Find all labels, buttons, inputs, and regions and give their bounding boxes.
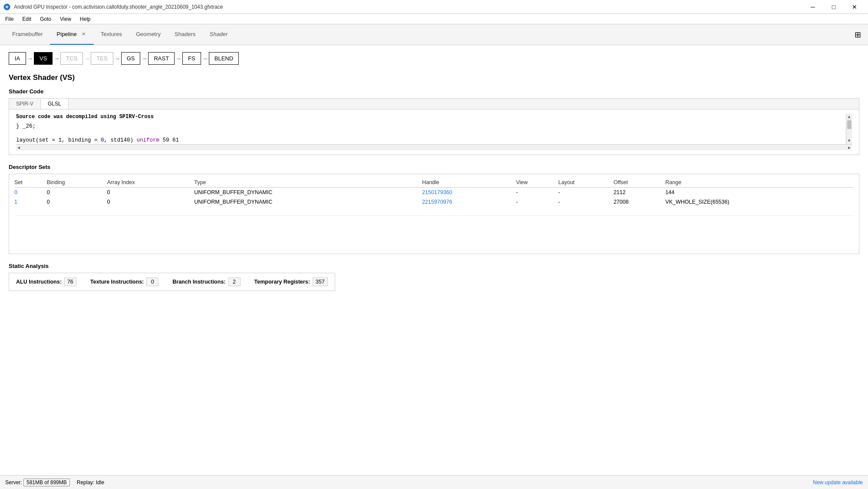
h-scroll-track [21, 145, 847, 150]
branch-label: Branch Instructions: [172, 279, 225, 285]
app-icon [3, 3, 10, 10]
tab-textures-label: Textures [101, 31, 122, 37]
stage-gs[interactable]: GS [121, 52, 141, 65]
code-tab-glsl[interactable]: GLSL [41, 99, 69, 109]
pipeline-diagram: IA → VS → TCS → TES → GS → RAST → FS → B… [9, 52, 859, 65]
shader-code-label: Shader Code [9, 88, 859, 95]
temp-reg-label: Temporary Registers: [254, 279, 310, 285]
stage-rast[interactable]: RAST [148, 52, 175, 65]
tab-textures[interactable]: Textures [94, 24, 129, 45]
code-line-1: } _26; [16, 123, 846, 129]
tab-framebuffer-label: Framebuffer [12, 31, 43, 37]
arrow-4: → [113, 55, 121, 62]
code-tab-spirv[interactable]: SPIR-V [9, 99, 41, 109]
stage-tcs[interactable]: TCS [60, 52, 83, 65]
tab-pipeline-label: Pipeline [57, 31, 77, 37]
arrow-5: → [140, 55, 148, 62]
col-view: View [516, 178, 558, 188]
arrow-1: → [26, 55, 34, 62]
static-analysis-label: Static Analysis [9, 263, 859, 269]
tab-framebuffer[interactable]: Framebuffer [5, 24, 50, 45]
layout-icon[interactable]: ⊞ [853, 28, 863, 41]
server-label: Server: [5, 479, 23, 486]
scroll-up-arrow[interactable]: ▲ [848, 115, 850, 119]
menu-bar: File Edit Goto View Help [0, 14, 868, 24]
tab-shaders-label: Shaders [175, 31, 195, 37]
stage-ia[interactable]: IA [9, 52, 26, 65]
h-scroll-left[interactable]: ◀ [16, 145, 21, 150]
col-binding: Binding [47, 178, 107, 188]
tab-geometry-label: Geometry [136, 31, 161, 37]
stage-tes[interactable]: TES [91, 52, 113, 65]
server-status: Server: 581MB of 899MB [5, 479, 70, 486]
main-content: IA → VS → TCS → TES → GS → RAST → FS → B… [0, 45, 868, 475]
col-range: Range [665, 178, 854, 188]
arrow-7: → [201, 55, 209, 62]
texture-value: 0 [146, 278, 158, 286]
stage-vs[interactable]: VS [34, 52, 53, 65]
alu-value: 76 [64, 278, 76, 286]
col-layout: Layout [558, 178, 614, 188]
code-scrollbar-horizontal[interactable]: ◀ ▶ [16, 144, 852, 150]
menu-edit[interactable]: Edit [19, 15, 35, 23]
shader-code-container: SPIR-V GLSL Source code was decompiled u… [9, 98, 859, 155]
code-decompile-note: Source code was decompiled using SPIRV-C… [16, 114, 846, 120]
col-offset: Offset [614, 178, 665, 188]
col-array-index: Array Index [107, 178, 195, 188]
window-controls: ─ □ ✕ [803, 0, 865, 14]
tab-geometry[interactable]: Geometry [129, 24, 168, 45]
update-link[interactable]: New update available [813, 479, 863, 486]
tab-list: Framebuffer Pipeline ✕ Textures Geometry… [5, 24, 234, 45]
status-bar: Server: 581MB of 899MB Replay: Idle New … [0, 475, 868, 489]
tab-shaders[interactable]: Shaders [168, 24, 202, 45]
alu-label: ALU Instructions: [16, 279, 62, 285]
scroll-down-arrow[interactable]: ▼ [848, 139, 850, 143]
handle-link-1[interactable]: 2215970976 [422, 199, 452, 205]
close-button[interactable]: ✕ [845, 0, 865, 14]
code-scrollbar-vertical[interactable]: ▲ ▼ [846, 114, 852, 144]
arrow-6: → [175, 55, 182, 62]
table-row: 1 0 0 UNIFORM_BUFFER_DYNAMIC 2215970976 … [14, 197, 854, 207]
code-line-2 [16, 130, 846, 136]
set-link-0[interactable]: 0 [14, 189, 17, 195]
arrow-2: → [53, 55, 60, 62]
texture-label: Texture Instructions: [90, 279, 144, 285]
descriptor-sets-label: Descriptor Sets [9, 164, 859, 170]
svg-point-1 [6, 6, 8, 8]
replay-value: Idle [96, 479, 104, 486]
arrow-3: → [83, 55, 91, 62]
menu-file[interactable]: File [2, 15, 17, 23]
stage-fs[interactable]: FS [182, 52, 201, 65]
temp-reg-value: 357 [313, 278, 328, 286]
menu-view[interactable]: View [56, 15, 75, 23]
title-bar: Android GPU Inspector - com.activision.c… [0, 0, 868, 14]
stage-blend[interactable]: BLEND [209, 52, 239, 65]
descriptor-sets-container: Set Binding Array Index Type Handle View… [9, 174, 859, 254]
tab-shader[interactable]: Shader [202, 24, 234, 45]
tab-pipeline-close[interactable]: ✕ [80, 31, 87, 37]
descriptor-table-wrapper: Set Binding Array Index Type Handle View… [9, 174, 859, 254]
col-type: Type [194, 178, 422, 188]
replay-status: Replay: Idle [77, 479, 104, 486]
restore-button[interactable]: □ [824, 0, 844, 14]
branch-value: 2 [228, 278, 241, 286]
col-set: Set [14, 178, 47, 188]
col-handle: Handle [422, 178, 516, 188]
code-tab-bar: SPIR-V GLSL [9, 99, 859, 109]
static-analysis-box: ALU Instructions: 76 Texture Instruction… [9, 273, 335, 291]
handle-link-0[interactable]: 2150179360 [422, 189, 452, 195]
code-line-3: layout(set = 1, binding = 0, std140) uni… [16, 137, 846, 143]
menu-help[interactable]: Help [76, 15, 94, 23]
menu-goto[interactable]: Goto [36, 15, 55, 23]
h-scroll-right[interactable]: ▶ [847, 145, 852, 150]
status-left: Server: 581MB of 899MB Replay: Idle [5, 479, 104, 486]
minimize-button[interactable]: ─ [803, 0, 823, 14]
descriptor-table-empty-area [14, 215, 854, 250]
scroll-track [846, 120, 852, 138]
set-link-1[interactable]: 1 [14, 199, 17, 205]
server-value: 581MB of 899MB [23, 479, 70, 486]
scroll-thumb[interactable] [847, 120, 851, 129]
tab-pipeline[interactable]: Pipeline ✕ [50, 24, 94, 45]
code-content-area: Source code was decompiled using SPIRV-C… [9, 109, 859, 155]
vertex-shader-title: Vertex Shader (VS) [9, 73, 859, 82]
